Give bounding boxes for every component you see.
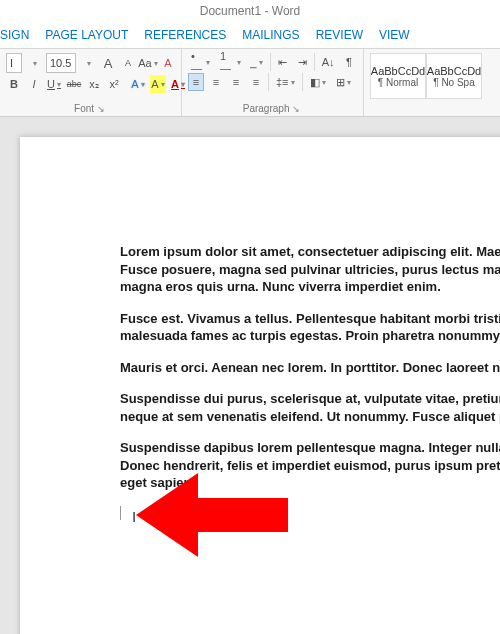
tab-review[interactable]: REVIEW	[316, 28, 363, 42]
text-caret-icon	[120, 506, 121, 520]
group-label-font: Font ↘	[6, 101, 175, 114]
group-paragraph: •— 1— ⎯ ⇤ ⇥ A↓ ¶ ≡ ≡ ≡ ≡ ‡≡ ◧ ⊞	[182, 49, 364, 116]
clear-formatting-button[interactable]: A	[160, 54, 176, 72]
grow-font-button[interactable]: A	[100, 54, 116, 72]
font-label: Font	[74, 103, 94, 114]
separator	[270, 53, 271, 71]
style-name: ¶ Normal	[378, 77, 418, 88]
numbering-button[interactable]: 1—	[217, 53, 244, 71]
group-styles: AaBbCcDd ¶ Normal AaBbCcDd ¶ No Spa	[364, 49, 500, 116]
font-name-dropdown-icon[interactable]	[26, 54, 42, 72]
bullets-button[interactable]: •—	[188, 53, 213, 71]
separator	[302, 73, 303, 91]
font-size-dropdown-icon[interactable]	[80, 54, 96, 72]
justify-button[interactable]: ≡	[248, 73, 264, 91]
align-left-button[interactable]: ≡	[188, 73, 204, 91]
tab-page-layout[interactable]: PAGE LAYOUT	[45, 28, 128, 42]
bold-button[interactable]: B	[6, 75, 22, 93]
insertion-point[interactable]: I	[120, 506, 500, 524]
sort-button[interactable]: A↓	[319, 53, 337, 71]
font-name-combo[interactable]	[6, 53, 22, 73]
font-size-combo[interactable]	[46, 53, 76, 73]
body-text[interactable]: Fusce est. Vivamus a tellus. Pellentesqu…	[120, 310, 500, 345]
ribbon: A A Aa A B I U abc x₂ x² A A A Font ↘	[0, 49, 500, 117]
align-right-button[interactable]: ≡	[228, 73, 244, 91]
tab-view[interactable]: VIEW	[379, 28, 410, 42]
highlight-button[interactable]: A	[150, 75, 166, 93]
style-sample: AaBbCcDd	[427, 65, 481, 77]
strikethrough-button[interactable]: abc	[66, 75, 82, 93]
superscript-button[interactable]: x²	[106, 75, 122, 93]
italic-button[interactable]: I	[26, 75, 42, 93]
paragraph-label: Paragraph	[243, 103, 290, 114]
ribbon-tabs: SIGN PAGE LAYOUT REFERENCES MAILINGS REV…	[0, 22, 500, 49]
separator	[314, 53, 315, 71]
separator	[268, 73, 269, 91]
window-title: Document1 - Word	[200, 4, 300, 18]
body-text[interactable]: Lorem ipsum dolor sit amet, consectetuer…	[120, 243, 500, 296]
underline-button[interactable]: U	[46, 75, 62, 93]
tab-references[interactable]: REFERENCES	[144, 28, 226, 42]
borders-button[interactable]: ⊞	[333, 73, 354, 91]
body-text[interactable]: Suspendisse dui purus, scelerisque at, v…	[120, 390, 500, 425]
tab-mailings[interactable]: MAILINGS	[242, 28, 299, 42]
line-spacing-button[interactable]: ‡≡	[273, 73, 298, 91]
font-dialog-launcher-icon[interactable]: ↘	[97, 104, 107, 114]
body-text[interactable]: Suspendisse dapibus lorem pellentesque m…	[120, 439, 500, 492]
body-text[interactable]: Mauris et orci. Aenean nec lorem. In por…	[120, 359, 500, 377]
style-name: ¶ No Spa	[433, 77, 475, 88]
change-case-button[interactable]: Aa	[140, 54, 156, 72]
show-marks-button[interactable]: ¶	[341, 53, 357, 71]
title-bar: Document1 - Word	[0, 0, 500, 22]
group-label-paragraph: Paragraph ↘	[188, 101, 357, 114]
text-effects-button[interactable]: A	[130, 75, 146, 93]
style-normal[interactable]: AaBbCcDd ¶ Normal	[370, 53, 426, 99]
align-center-button[interactable]: ≡	[208, 73, 224, 91]
subscript-button[interactable]: x₂	[86, 75, 102, 93]
style-sample: AaBbCcDd	[371, 65, 425, 77]
paragraph-dialog-launcher-icon[interactable]: ↘	[292, 104, 302, 114]
ibeam-cursor-icon: I	[132, 508, 136, 525]
page[interactable]: Lorem ipsum dolor sit amet, consectetuer…	[20, 137, 500, 634]
multilevel-list-button[interactable]: ⎯	[248, 53, 266, 71]
shrink-font-button[interactable]: A	[120, 54, 136, 72]
decrease-indent-button[interactable]: ⇤	[274, 53, 290, 71]
style-no-spacing[interactable]: AaBbCcDd ¶ No Spa	[426, 53, 482, 99]
tab-design[interactable]: SIGN	[0, 28, 29, 42]
increase-indent-button[interactable]: ⇥	[294, 53, 310, 71]
document-canvas[interactable]: Lorem ipsum dolor sit amet, consectetuer…	[0, 117, 500, 630]
group-font: A A Aa A B I U abc x₂ x² A A A Font ↘	[0, 49, 182, 116]
shading-button[interactable]: ◧	[307, 73, 329, 91]
